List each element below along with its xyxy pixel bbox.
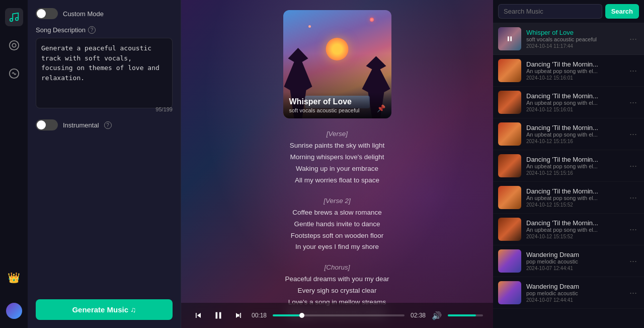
song-thumbnail [498,154,521,177]
sidebar-icon-equalizer[interactable] [5,36,23,54]
song-name: Dancing 'Til the Mornin... [526,219,622,227]
song-more-button[interactable]: ··· [627,225,639,234]
song-meta: An upbeat pop song with el... [526,68,622,74]
time-total: 02:38 [411,312,426,319]
song-item[interactable]: Wandering Dream pop melodic acoustic 202… [493,277,644,309]
svg-rect-5 [216,312,218,319]
song-date: 2024-10-12 15:15:52 [526,202,622,208]
lyrics-line: In your eyes I find my shore [295,243,379,250]
song-more-button[interactable]: ··· [627,256,639,266]
instrumental-help[interactable]: ? [104,121,112,129]
progress-fill [273,314,302,316]
rewind-button[interactable] [191,308,205,322]
song-meta: An upbeat pop song with el... [526,100,622,106]
generate-music-button[interactable]: Generate Music ♫ [36,299,173,320]
song-meta: An upbeat pop song with el... [526,163,622,169]
svg-rect-8 [510,36,512,41]
song-thumbnail [498,122,521,146]
song-info: Dancing 'Til the Mornin... An upbeat pop… [526,156,622,176]
control-panel: Custom Mode Song Description ? Generate … [28,0,181,328]
main-content: Whisper of Love soft vocals acoustic pea… [181,0,493,328]
song-info: Dancing 'Til the Mornin... An upbeat pop… [526,124,622,144]
song-more-button[interactable]: ··· [627,161,639,170]
song-more-button[interactable]: ··· [627,66,639,75]
album-art-overlay: Whisper of Love soft vocals acoustic pea… [283,92,391,118]
svg-point-3 [12,43,16,47]
lyrics-line: Footsteps soft on wooden floor [291,232,384,239]
song-description-section: Song Description ? Generate a peaceful a… [36,26,173,112]
pin-icon: 📌 [377,104,385,112]
song-more-button[interactable]: ··· [627,34,639,43]
song-date: 2024-10-14 11:17:44 [526,43,622,49]
lyrics-line: Every sigh so crystal clear [298,287,377,294]
lyrics-section: [Verse 2]Coffee brews a slow romanceGent… [285,195,389,253]
song-description-label: Song Description ? [36,26,173,34]
song-item[interactable]: Dancing 'Til the Mornin... An upbeat pop… [493,118,644,150]
song-name: Wandering Dream [526,283,622,290]
song-item[interactable]: Dancing 'Til the Mornin... An upbeat pop… [493,214,644,245]
instrumental-label: Instrumental [63,121,99,129]
svg-point-2 [9,41,18,50]
play-pause-button[interactable] [211,308,225,322]
song-description-input[interactable]: Generate a peaceful acoustic track with … [36,38,173,108]
song-item[interactable]: Dancing 'Til the Mornin... An upbeat pop… [493,182,644,214]
song-meta: An upbeat pop song with el... [526,132,622,138]
song-meta: pop melodic acoustic [526,258,622,265]
crown-icon[interactable]: 👑 [5,269,23,287]
song-item[interactable]: Dancing 'Til the Mornin... An upbeat pop… [493,87,644,118]
song-info: Dancing 'Til the Mornin... An upbeat pop… [526,60,622,81]
custom-mode-toggle[interactable] [36,8,58,19]
lyrics-line: Sunrise paints the sky with light [290,142,384,149]
lyrics-line: Coffee brews a slow romance [292,209,382,216]
song-date: 2024-10-12 15:16:01 [526,107,622,112]
song-meta: An upbeat pop song with el... [526,227,622,233]
progress-bar[interactable] [273,314,405,316]
svg-point-0 [10,19,13,22]
song-item[interactable]: Dancing 'Til the Mornin... An upbeat pop… [493,55,644,87]
icon-sidebar: 👑 [0,0,28,328]
song-more-button[interactable]: ··· [627,129,639,139]
song-item[interactable]: Wandering Dream pop melodic acoustic 202… [493,245,644,277]
sidebar-icon-music[interactable] [5,8,23,26]
song-info: Wandering Dream pop melodic acoustic 202… [526,251,622,271]
player-bar: 00:18 02:38 🔊 [181,303,493,328]
instrumental-toggle[interactable] [36,119,58,130]
song-description-help[interactable]: ? [88,26,96,34]
orb2 [308,25,311,28]
volume-bar[interactable] [448,314,483,316]
song-more-button[interactable]: ··· [627,98,639,107]
svg-rect-7 [508,36,509,41]
song-list: Whisper of Love soft vocals acoustic pea… [493,23,644,328]
song-name: Whisper of Love [526,29,622,36]
song-date: 2024-10-12 15:16:01 [526,75,622,81]
song-name: Dancing 'Til the Mornin... [526,92,622,100]
song-name: Dancing 'Til the Mornin... [526,124,622,132]
sidebar-icon-waveform[interactable] [5,64,23,83]
song-name: Dancing 'Til the Mornin... [526,156,622,163]
song-date: 2024-10-12 15:15:16 [526,170,622,176]
song-info: Whisper of Love soft vocals acoustic pea… [526,29,622,49]
lyrics-line: Morning whispers love's delight [290,153,384,161]
song-thumbnail [498,91,521,114]
song-more-button[interactable]: ··· [627,288,639,297]
sun-orb [326,38,349,60]
lyrics-section: [Verse]Sunrise paints the sky with light… [285,128,389,186]
forward-button[interactable] [231,308,246,322]
lyrics-line: Peaceful dreams with you my dear [285,275,389,283]
song-area: Whisper of Love soft vocals acoustic pea… [181,0,493,328]
lyrics-tag: [Verse] [327,130,348,138]
lyrics-tag: [Verse 2] [324,197,351,205]
song-thumbnail [498,249,521,273]
song-date: 2024-10-12 15:15:52 [526,234,622,239]
search-input[interactable] [498,4,602,19]
song-item[interactable]: Whisper of Love soft vocals acoustic pea… [493,23,644,55]
song-item[interactable]: Dancing 'Til the Mornin... An upbeat pop… [493,150,644,182]
search-button[interactable]: Search [605,4,639,19]
song-thumbnail [498,59,521,82]
orb1 [370,18,374,22]
song-name: Dancing 'Til the Mornin... [526,60,622,68]
song-more-button[interactable]: ··· [627,193,639,202]
song-date: 2024-10-07 12:44:41 [526,297,622,303]
user-avatar[interactable] [5,302,23,320]
song-thumbnail [498,27,521,50]
